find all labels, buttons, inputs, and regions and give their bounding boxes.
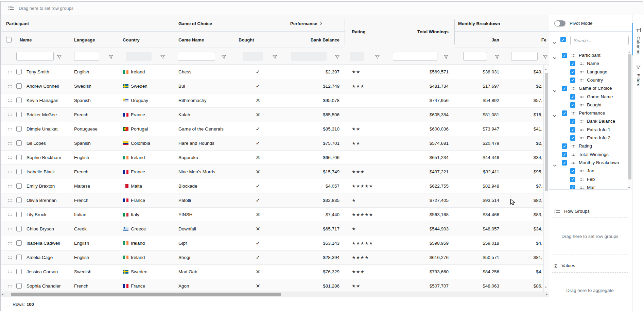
row-checkbox[interactable]: [16, 255, 22, 260]
row-checkbox[interactable]: [16, 240, 22, 246]
column-tree-item-performance[interactable]: Performance: [549, 109, 628, 117]
table-row[interactable]: Olivia BrennanFrenchFrancePatolli✓$32,83…: [1, 193, 549, 208]
table-row[interactable]: Isabella CadwellEnglishIrelandGipf✓$53,1…: [1, 236, 549, 250]
filter-funnel-icon[interactable]: [109, 54, 113, 58]
column-checkbox[interactable]: [570, 135, 575, 141]
tab-columns[interactable]: Columns: [632, 28, 644, 54]
row-checkbox[interactable]: [16, 112, 22, 117]
column-checkbox[interactable]: [562, 160, 567, 166]
drag-handle-icon[interactable]: [579, 79, 584, 82]
column-tree-item-feb[interactable]: Feb: [549, 175, 628, 184]
group-header-game-of-choice[interactable]: Game of Choice: [178, 15, 212, 32]
vertical-scrollbar[interactable]: ▴ ▾: [543, 65, 549, 292]
filter-input-name[interactable]: [16, 52, 54, 61]
column-checkbox[interactable]: [562, 152, 567, 157]
row-checkbox[interactable]: [16, 83, 22, 89]
drag-handle-icon[interactable]: [579, 128, 584, 132]
column-header-jan[interactable]: Jan: [454, 32, 499, 48]
select-all-columns-checkbox[interactable]: [560, 37, 566, 42]
filter-input-game-name[interactable]: [178, 52, 215, 61]
horizontal-scrollbar[interactable]: ◂ ▸: [1, 292, 549, 297]
table-row[interactable]: Sophie BeckhamEnglishIrelandSugoroku✕$66…: [1, 151, 549, 165]
column-header-country[interactable]: Country: [123, 32, 140, 48]
group-header-monthly-breakdown[interactable]: Monthly Breakdown: [458, 15, 500, 32]
table-row[interactable]: Isabelle BlackFrenchFranceNine Men's Mor…: [1, 165, 549, 179]
column-tree-item-participant[interactable]: Participant: [549, 51, 628, 59]
table-row[interactable]: Emily BraxtonMalteseMaltaBlockade✓$4,057…: [1, 179, 549, 193]
filter-funnel-icon[interactable]: [444, 54, 448, 58]
table-row[interactable]: Tony SmithEnglishIrelandChess✓$2,397★★$5…: [1, 65, 549, 79]
tree-scrollbar-thumb[interactable]: [628, 54, 631, 179]
filter-funnel-icon[interactable]: [222, 54, 226, 58]
table-row[interactable]: Bricker McGeeFrenchFranceKalah✕$65,506$6…: [1, 108, 549, 122]
filter-funnel-icon[interactable]: [495, 54, 499, 58]
row-drag-handle-icon[interactable]: [7, 284, 13, 288]
table-row[interactable]: Andrew ConnellSwedishSwedenBul✓$12,749★★…: [1, 79, 549, 93]
column-header-bought[interactable]: Bought: [239, 32, 254, 48]
column-tree-item-mar[interactable]: Mar: [549, 184, 628, 190]
filter-input-jan[interactable]: [463, 52, 487, 61]
drag-handle-icon[interactable]: [579, 71, 584, 74]
drag-handle-icon[interactable]: [579, 137, 584, 140]
column-tree-item-jan[interactable]: Jan: [549, 167, 628, 175]
drag-handle-icon[interactable]: [571, 153, 576, 156]
column-tree-item-game-name[interactable]: Game Name: [549, 93, 628, 101]
chevron-down-icon[interactable]: [553, 39, 556, 45]
row-checkbox[interactable]: [16, 183, 22, 189]
column-checkbox[interactable]: [570, 177, 575, 182]
column-header-language[interactable]: Language: [74, 32, 95, 48]
expand-group-icon[interactable]: [320, 21, 322, 26]
column-header-total-winnings[interactable]: Total Winnings: [385, 15, 454, 48]
column-tree-item-extra-info-1[interactable]: Extra Info 1: [549, 126, 628, 134]
column-header-rating[interactable]: Rating: [345, 15, 385, 48]
row-drag-handle-icon[interactable]: [7, 185, 13, 188]
scroll-down-icon[interactable]: ▾: [545, 286, 547, 289]
scroll-down-icon[interactable]: ▾: [628, 186, 630, 189]
drag-handle-icon[interactable]: [571, 161, 576, 164]
filter-funnel-icon[interactable]: [160, 54, 165, 58]
row-checkbox[interactable]: [16, 98, 22, 103]
drag-handle-icon[interactable]: [579, 104, 584, 107]
filter-input-language[interactable]: [74, 52, 99, 61]
filter-input-feb[interactable]: [511, 52, 538, 61]
row-drag-handle-icon[interactable]: [7, 127, 13, 131]
filter-input-total-winnings[interactable]: [393, 52, 437, 61]
vertical-scrollbar-thumb[interactable]: [545, 73, 548, 191]
table-row[interactable]: Chloe BrysonGreekGreeceDownfall✕$65,717★…: [1, 222, 549, 236]
column-checkbox[interactable]: [562, 53, 567, 58]
tab-filters[interactable]: Filters: [632, 65, 644, 86]
scroll-right-icon[interactable]: ▸: [546, 293, 547, 296]
row-checkbox[interactable]: [16, 169, 22, 174]
row-drag-handle-icon[interactable]: [7, 99, 13, 102]
drag-handle-icon[interactable]: [571, 112, 576, 115]
filter-funnel-icon[interactable]: [273, 54, 277, 58]
column-header-feb[interactable]: Fe: [503, 32, 546, 48]
drag-handle-icon[interactable]: [571, 54, 576, 57]
tree-scrollbar[interactable]: ▴ ▾: [628, 50, 632, 190]
column-tree-item-name[interactable]: Name: [549, 59, 628, 68]
drag-handle-icon[interactable]: [579, 120, 584, 123]
column-checkbox[interactable]: [570, 94, 575, 100]
row-checkbox[interactable]: [16, 155, 22, 160]
row-drag-handle-icon[interactable]: [7, 242, 13, 245]
table-row[interactable]: Gil LopesSpanishColombiaHare and Hounds✓…: [1, 136, 549, 151]
row-drag-handle-icon[interactable]: [7, 270, 13, 274]
drag-handle-icon[interactable]: [571, 87, 576, 90]
column-checkbox[interactable]: [562, 86, 567, 91]
column-tree-item-monthly-breakdown[interactable]: Monthly Breakdown: [549, 159, 628, 167]
drag-handle-icon[interactable]: [579, 170, 584, 173]
row-checkbox[interactable]: [16, 226, 22, 231]
drag-handle-icon[interactable]: [579, 96, 584, 99]
column-tree-item-bank-balance[interactable]: Bank Balance: [549, 117, 628, 125]
scroll-left-icon[interactable]: ◂: [2, 293, 3, 296]
row-drag-handle-icon[interactable]: [7, 156, 13, 159]
column-header-name[interactable]: Name: [20, 32, 32, 48]
scroll-up-icon[interactable]: ▴: [628, 51, 630, 54]
filter-funnel-icon[interactable]: [375, 54, 380, 58]
row-drag-handle-icon[interactable]: [7, 142, 13, 145]
pivot-mode-toggle[interactable]: [554, 20, 565, 27]
column-checkbox[interactable]: [570, 61, 575, 66]
row-drag-handle-icon[interactable]: [7, 256, 13, 259]
column-header-game-name[interactable]: Game Name: [178, 32, 204, 48]
table-row[interactable]: Kevin FlanaganSpanishUruguayRithmomachy✕…: [1, 93, 549, 108]
